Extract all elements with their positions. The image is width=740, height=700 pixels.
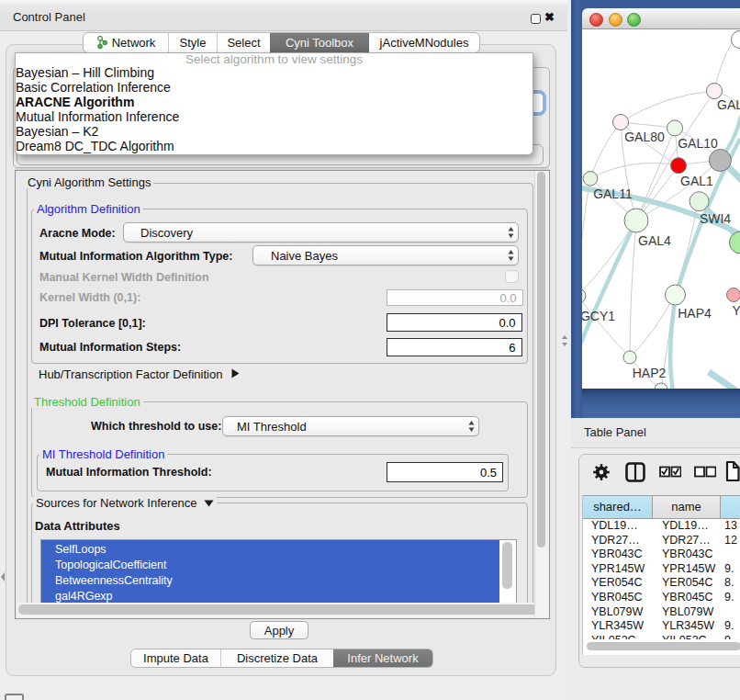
svg-text:HAP4: HAP4 xyxy=(678,306,712,321)
svg-text:Y: Y xyxy=(733,303,740,318)
svg-text:GAL11: GAL11 xyxy=(593,186,633,201)
svg-text:GAL4: GAL4 xyxy=(638,233,671,248)
svg-text:HAP2: HAP2 xyxy=(633,366,667,380)
svg-text:GAL7: GAL7 xyxy=(717,97,740,112)
svg-text:GAL1: GAL1 xyxy=(680,174,713,188)
svg-text:GAL80: GAL80 xyxy=(624,130,665,144)
svg-text:GCY1: GCY1 xyxy=(582,309,615,323)
svg-text:GAL10: GAL10 xyxy=(678,136,718,151)
svg-text:SWI4: SWI4 xyxy=(700,211,731,226)
